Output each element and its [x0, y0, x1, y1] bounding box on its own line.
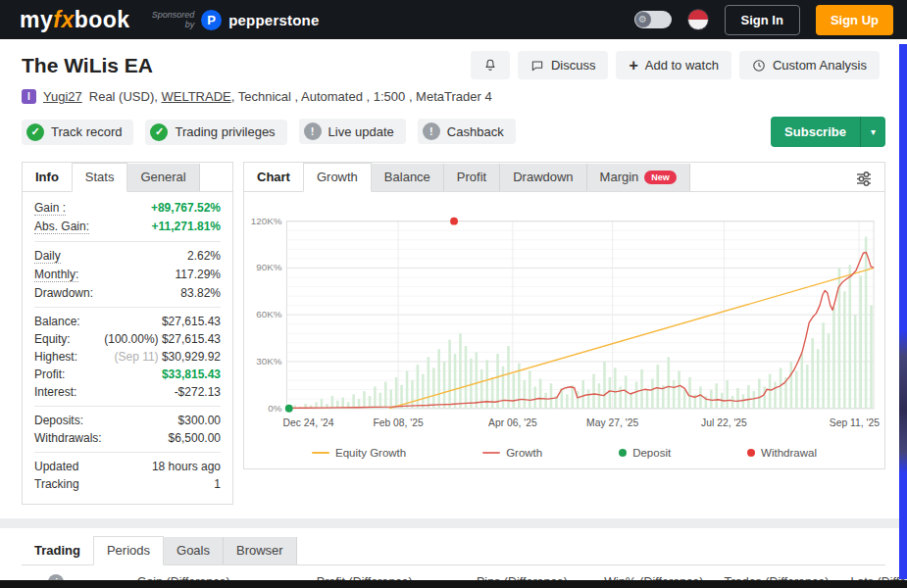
- growth-chart[interactable]: 0%30K%60K%90K%120K%Dec 24, '24Feb 08, '2…: [248, 200, 881, 443]
- tab-drawdown[interactable]: Drawdown: [500, 164, 586, 191]
- tab-chart[interactable]: Chart: [244, 164, 303, 191]
- stat-row-tracking: Tracking1: [34, 475, 221, 493]
- svg-text:Apr 06, '25: Apr 06, '25: [488, 417, 537, 428]
- chart-tabs: ChartGrowthBalanceProfitDrawdownMarginNe…: [244, 163, 884, 192]
- badge-label: Track record: [51, 124, 122, 139]
- chat-icon: [530, 59, 544, 73]
- plus-icon: +: [629, 61, 637, 71]
- custom-analysis-button[interactable]: Custom Analysis: [739, 51, 880, 79]
- stat-label[interactable]: Monthly:: [34, 268, 78, 282]
- stat-label: Drawdown:: [34, 286, 93, 300]
- stat-label: Withdrawals:: [34, 431, 102, 445]
- tab-growth[interactable]: Growth: [303, 163, 372, 192]
- growth-chart-container[interactable]: 0%30K%60K%90K%120K%Dec 24, '24Feb 08, '2…: [244, 192, 884, 443]
- legend-line-swatch: [312, 452, 329, 454]
- stat-label[interactable]: Gain :: [34, 201, 66, 216]
- page: myfxbook Sponsoredby P pepperstone ⚙ Sig…: [0, 0, 907, 588]
- stat-label: Updated: [34, 460, 78, 473]
- ad-image: [899, 330, 907, 473]
- stat-label[interactable]: Daily: [34, 249, 61, 264]
- stat-value: $300.00: [178, 414, 221, 427]
- stat-value: 83.82%: [180, 286, 221, 300]
- tab-balance[interactable]: Balance: [372, 164, 444, 191]
- stat-row-daily: Daily2.62%: [34, 247, 221, 266]
- stat-row-drawdown: Drawdown:83.82%: [34, 284, 221, 302]
- badge-label: Trading privileges: [175, 124, 275, 139]
- stat-row-gain: Gain :+89,767.52%: [34, 199, 221, 218]
- verification-badge-trading-privileges[interactable]: ✓Trading privileges: [145, 120, 286, 145]
- tab-stats[interactable]: Stats: [72, 163, 128, 192]
- add-to-watch-button[interactable]: +Add to watch: [616, 51, 731, 79]
- chart-widget: ChartGrowthBalanceProfitDrawdownMarginNe…: [243, 162, 885, 469]
- svg-text:May 27, '25: May 27, '25: [586, 417, 638, 428]
- badge-label: Cashback: [447, 124, 504, 139]
- stat-row-highest: Highest:(Sep 11) $30,929.92: [34, 348, 221, 366]
- bell-icon: [483, 58, 497, 73]
- legend-dot-swatch: [747, 449, 755, 457]
- stat-label: Highest:: [34, 350, 77, 364]
- sponsor-name: pepperstone: [228, 12, 319, 28]
- stat-label: Deposits:: [34, 414, 83, 427]
- tab-margin[interactable]: MarginNew: [587, 164, 690, 191]
- discuss-button[interactable]: Discuss: [518, 51, 609, 79]
- stat-label[interactable]: Abs. Gain:: [34, 220, 89, 234]
- ad-banner[interactable]: [899, 44, 907, 579]
- username-link[interactable]: Yugi27: [43, 89, 82, 104]
- stat-value: 18 hours ago: [152, 460, 221, 473]
- tab-trading[interactable]: Trading: [22, 537, 93, 564]
- legend-dot-swatch: [619, 449, 627, 457]
- legend-item-withdrawal[interactable]: Withdrawal: [747, 447, 817, 459]
- stat-row-profit: Profit:$33,815.43: [34, 366, 221, 383]
- myfxbook-logo[interactable]: myfxbook: [20, 7, 130, 33]
- verification-badge-cashback[interactable]: !Cashback: [418, 119, 516, 144]
- exclamation-icon: !: [423, 122, 440, 140]
- tab-profit[interactable]: Profit: [444, 164, 500, 191]
- svg-text:120K%: 120K%: [251, 216, 282, 226]
- footer-bar: [0, 580, 907, 588]
- sliders-icon: [855, 171, 873, 187]
- legend-item-growth[interactable]: Growth: [482, 447, 542, 459]
- sign-in-button[interactable]: Sign In: [725, 5, 800, 35]
- tab-goals[interactable]: Goals: [164, 537, 224, 564]
- chevron-down-icon[interactable]: ▾: [860, 117, 885, 147]
- sign-up-button[interactable]: Sign Up: [816, 5, 893, 35]
- tab-info[interactable]: Info: [23, 164, 72, 191]
- stat-label: Tracking: [34, 477, 79, 491]
- tab-browser[interactable]: Browser: [224, 537, 297, 564]
- chart-legend: Equity GrowthGrowthDepositWithdrawal: [244, 443, 884, 468]
- legend-label: Withdrawal: [761, 447, 817, 459]
- exclamation-icon: !: [304, 122, 322, 140]
- svg-text:Sep 11, '25: Sep 11, '25: [830, 417, 880, 428]
- verification-badge-track-record[interactable]: ✓Track record: [22, 120, 133, 145]
- stat-row-monthly: Monthly:117.29%: [34, 266, 221, 284]
- legend-item-equity-growth[interactable]: Equity Growth: [312, 447, 406, 459]
- check-icon: ✓: [26, 123, 44, 141]
- sponsor-block[interactable]: Sponsoredby P pepperstone: [152, 10, 320, 30]
- language-flag-icon[interactable]: [687, 9, 709, 30]
- notifications-button[interactable]: [471, 51, 510, 79]
- sponsored-label: Sponsoredby: [152, 10, 195, 29]
- check-icon: ✓: [150, 123, 168, 141]
- legend-label: Growth: [506, 447, 542, 459]
- subscribe-button[interactable]: Subscribe ▾: [771, 117, 885, 147]
- stat-row-deposits: Deposits:$300.00: [34, 412, 221, 429]
- stat-label: Profit:: [34, 368, 65, 381]
- legend-item-deposit[interactable]: Deposit: [619, 447, 671, 459]
- bottom-tabs: TradingPeriodsGoalsBrowser: [22, 536, 885, 565]
- stat-value: +89,767.52%: [151, 201, 221, 215]
- page-title: The WiLis EA: [22, 54, 153, 77]
- verification-badge-live-update[interactable]: !Live update: [299, 119, 406, 144]
- svg-text:0%: 0%: [268, 403, 281, 414]
- theme-toggle[interactable]: ⚙: [634, 11, 672, 28]
- broker-link[interactable]: WELTRADE: [161, 89, 230, 104]
- stat-label: Equity:: [34, 332, 71, 346]
- tab-periods[interactable]: Periods: [93, 536, 164, 565]
- stats-widget: InfoStatsGeneral Gain :+89,767.52%Abs. G…: [22, 162, 233, 505]
- stats-list: Gain :+89,767.52%Abs. Gain:+11,271.81%Da…: [23, 192, 232, 504]
- legend-line-swatch: [482, 452, 500, 454]
- tab-general[interactable]: General: [127, 164, 199, 191]
- stat-value: 1: [214, 477, 221, 491]
- clock-icon: [752, 59, 766, 73]
- chart-settings-button[interactable]: [851, 167, 877, 194]
- stat-row-abs-gain: Abs. Gain:+11,271.81%: [34, 218, 221, 236]
